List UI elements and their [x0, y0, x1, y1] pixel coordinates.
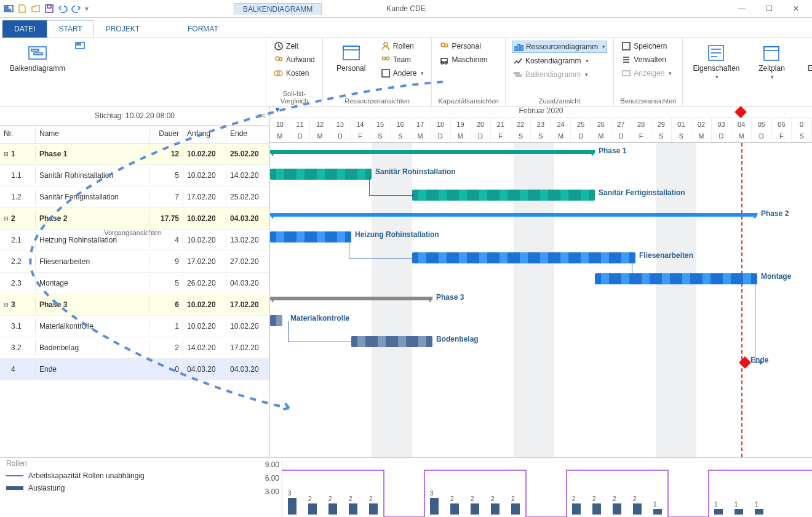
maximize-button[interactable]: ☐	[760, 4, 778, 13]
timeline-cursor-icon[interactable]: ▼	[274, 106, 281, 114]
open-icon[interactable]	[31, 4, 41, 14]
quick-access-toolbar: ▾	[0, 4, 92, 14]
svg-rect-3	[46, 5, 53, 12]
gantt-month: Februar 2020	[270, 106, 812, 118]
day-col: 27D	[611, 118, 632, 142]
kostendiagramm-button[interactable]: Kostendiagramm	[512, 55, 607, 66]
kosten-button[interactable]: Kosten	[273, 68, 316, 79]
kap-personal-button[interactable]: Personal	[438, 41, 488, 52]
table-row[interactable]: 4 Ende0 04.03.2004.03.20	[0, 359, 269, 380]
redo-icon[interactable]	[71, 4, 81, 14]
table-row[interactable]: 1.2 Sanitär Fertiginstallation7 17.02.20…	[0, 186, 269, 208]
col-anfang[interactable]: Anfang	[183, 126, 226, 143]
bar-label: Phase 1	[599, 146, 626, 155]
group-actions	[689, 103, 812, 105]
content: Stichtag: 10.02.20 08:00 << Nr. Name Dau…	[0, 106, 812, 458]
minimize-button[interactable]: —	[733, 4, 750, 13]
util-bar	[430, 498, 439, 515]
gantt-body[interactable]: Phase 1Sanitär RohinstallationSanitär Fe…	[270, 143, 812, 457]
util-label: 2	[592, 495, 596, 502]
task-bar[interactable]	[270, 231, 351, 242]
table-row[interactable]: ⊟2 Phase 217.75 10.02.2004.03.20	[0, 208, 269, 230]
balkendiagramm-sub-button[interactable]: Balkendiagramm	[512, 69, 607, 80]
balkendiagramm-button[interactable]: Balkendiagramm	[6, 41, 69, 75]
resource-plot[interactable]: 322223222222221111	[282, 458, 812, 517]
day-col: 13D	[330, 118, 351, 142]
view-icon	[621, 68, 631, 78]
summary-bar[interactable]	[270, 150, 595, 154]
svg-rect-31	[514, 73, 519, 74]
table-row[interactable]: 3.2 Bodenbelag2 14.02.2017.02.20	[0, 337, 269, 359]
util-label: 2	[450, 495, 454, 502]
summary-bar[interactable]	[270, 297, 432, 300]
util-label: 2	[491, 495, 495, 502]
eigenschaften-button[interactable]: Eigenschaften	[689, 41, 743, 82]
util-label: 1	[755, 501, 758, 508]
tab-datei[interactable]: DATEI	[2, 20, 47, 38]
andere-button[interactable]: Andere	[380, 68, 426, 79]
svg-rect-17	[343, 46, 359, 60]
new-icon[interactable]	[17, 4, 27, 14]
tab-start[interactable]: START	[47, 20, 94, 38]
table-row[interactable]: 3.1 Materialkontrolle1 10.02.2010.02.20	[0, 316, 269, 337]
table-row[interactable]: 2.1 Heizung Rohinstallation4 10.02.2013.…	[0, 230, 269, 251]
task-bar[interactable]	[351, 336, 432, 347]
util-label: 3	[430, 490, 434, 497]
task-bar[interactable]	[412, 190, 595, 201]
personal-button[interactable]: Personal	[329, 41, 373, 75]
svg-rect-32	[516, 75, 521, 76]
svg-rect-37	[764, 47, 779, 50]
speichern-button[interactable]: Speichern	[620, 41, 673, 52]
barchart-icon	[514, 42, 523, 52]
einfuegen-button[interactable]: Einfügen	[800, 41, 812, 82]
qat-dropdown-icon[interactable]: ▾	[85, 4, 89, 13]
svg-point-24	[445, 44, 448, 47]
zeitplan-button[interactable]: Zeitplan	[749, 41, 794, 82]
gantt-chart[interactable]: Februar 2020 ▼ 10M11D12M13D14F15S16S17M1…	[270, 106, 812, 457]
table-row[interactable]: 2.3 Montage5 26.02.2004.03.20	[0, 273, 269, 294]
col-name[interactable]: Name	[36, 126, 149, 143]
tab-projekt[interactable]: PROJEKT	[94, 20, 151, 38]
task-bar[interactable]	[595, 273, 757, 284]
personal-label: Personal	[336, 64, 365, 73]
task-bar[interactable]	[270, 315, 282, 326]
collapse-button[interactable]: <<	[257, 111, 266, 120]
table-row[interactable]: ⊟1 Phase 112 10.02.2025.02.20	[0, 143, 269, 165]
context-tab[interactable]: BALKENDIAGRAMM	[234, 3, 322, 15]
undo-icon[interactable]	[58, 4, 68, 14]
axis-9: 9.00	[265, 460, 279, 469]
verwalten-button[interactable]: Verwalten	[620, 54, 673, 65]
day-col: 05D	[752, 118, 772, 142]
anzeigen-button[interactable]: Anzeigen	[620, 68, 673, 79]
ressourcendiagramm-button[interactable]: Ressourcendiagramm	[512, 41, 607, 53]
summary-bar[interactable]	[270, 213, 757, 217]
rollen-button[interactable]: Rollen	[380, 41, 426, 52]
util-bar	[308, 503, 317, 515]
save-icon[interactable]	[44, 4, 54, 14]
util-label: 2	[613, 495, 616, 502]
aufwand-button[interactable]: Aufwand	[273, 54, 316, 65]
util-label: 1	[734, 501, 738, 508]
kap-maschinen-button[interactable]: Maschinen	[438, 54, 488, 65]
col-dauer[interactable]: Dauer	[149, 126, 183, 143]
task-bar[interactable]	[270, 169, 372, 180]
table-row[interactable]: ⊟3 Phase 36 10.02.2017.02.20	[0, 294, 269, 316]
col-ende[interactable]: Ende	[226, 126, 269, 143]
svg-point-16	[277, 71, 282, 76]
money-icon	[274, 68, 284, 78]
day-col: 28F	[631, 118, 651, 142]
team-button[interactable]: Team	[380, 54, 426, 65]
table-row[interactable]: 2.2 Fliesenarbeiten9 17.02.2027.02.20	[0, 251, 269, 273]
zeit-button[interactable]: Zeit	[273, 41, 316, 52]
table-row[interactable]: 1.1 Sanitär Rohinstallation5 10.02.2014.…	[0, 165, 269, 186]
col-nr[interactable]: Nr.	[0, 126, 36, 143]
close-button[interactable]: ✕	[787, 4, 805, 13]
axis-3: 3.00	[265, 487, 279, 496]
util-label: 3	[288, 490, 292, 497]
balkendiagramm-label: Balkendiagramm	[10, 64, 65, 73]
milestone-icon[interactable]	[739, 356, 751, 369]
task-bar[interactable]	[412, 252, 635, 263]
util-label: 2	[349, 495, 352, 502]
tab-format[interactable]: FORMAT	[176, 20, 230, 38]
util-label: 2	[369, 495, 373, 502]
